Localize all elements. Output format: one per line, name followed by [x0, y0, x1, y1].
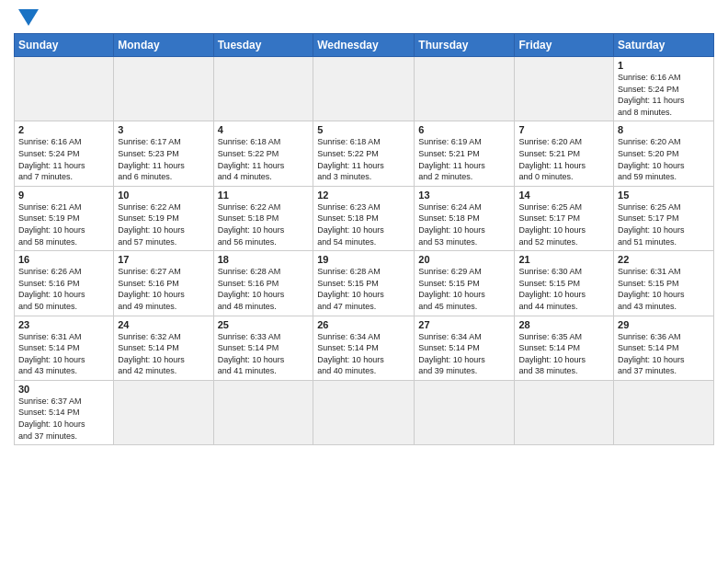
day-number: 13	[418, 190, 510, 201]
calendar-cell: 7Sunrise: 6:20 AM Sunset: 5:21 PM Daylig…	[515, 121, 614, 186]
day-number: 12	[317, 190, 410, 201]
day-number: 18	[218, 254, 310, 265]
calendar-cell: 23Sunrise: 6:31 AM Sunset: 5:14 PM Dayli…	[15, 316, 114, 380]
day-info: Sunrise: 6:22 AM Sunset: 5:18 PM Dayligh…	[218, 201, 310, 247]
week-row-3: 16Sunrise: 6:26 AM Sunset: 5:16 PM Dayli…	[15, 251, 714, 316]
calendar-cell	[614, 380, 714, 444]
day-info: Sunrise: 6:17 AM Sunset: 5:23 PM Dayligh…	[118, 136, 209, 182]
day-info: Sunrise: 6:18 AM Sunset: 5:22 PM Dayligh…	[317, 136, 410, 182]
calendar-cell: 17Sunrise: 6:27 AM Sunset: 5:16 PM Dayli…	[114, 251, 213, 316]
calendar-cell: 27Sunrise: 6:34 AM Sunset: 5:14 PM Dayli…	[415, 316, 515, 380]
day-number: 21	[518, 254, 609, 265]
day-info: Sunrise: 6:33 AM Sunset: 5:14 PM Dayligh…	[218, 331, 310, 377]
weekday-header-tuesday: Tuesday	[213, 34, 313, 57]
calendar-cell: 26Sunrise: 6:34 AM Sunset: 5:14 PM Dayli…	[313, 316, 415, 380]
calendar-cell: 4Sunrise: 6:18 AM Sunset: 5:22 PM Daylig…	[213, 121, 313, 186]
calendar-cell	[114, 57, 213, 121]
day-number: 11	[218, 190, 310, 201]
weekday-header-saturday: Saturday	[614, 34, 714, 57]
calendar-cell: 5Sunrise: 6:18 AM Sunset: 5:22 PM Daylig…	[313, 121, 415, 186]
day-number: 28	[518, 319, 609, 330]
day-info: Sunrise: 6:30 AM Sunset: 5:15 PM Dayligh…	[518, 266, 609, 312]
day-info: Sunrise: 6:31 AM Sunset: 5:15 PM Dayligh…	[618, 266, 710, 312]
calendar-cell: 19Sunrise: 6:28 AM Sunset: 5:15 PM Dayli…	[313, 251, 415, 316]
calendar-cell: 13Sunrise: 6:24 AM Sunset: 5:18 PM Dayli…	[415, 186, 515, 250]
calendar-cell: 18Sunrise: 6:28 AM Sunset: 5:16 PM Dayli…	[213, 251, 313, 316]
day-number: 23	[18, 319, 109, 330]
day-info: Sunrise: 6:24 AM Sunset: 5:18 PM Dayligh…	[418, 201, 510, 247]
calendar: SundayMondayTuesdayWednesdayThursdayFrid…	[14, 33, 714, 445]
calendar-cell	[515, 380, 614, 444]
day-info: Sunrise: 6:27 AM Sunset: 5:16 PM Dayligh…	[118, 266, 209, 312]
calendar-cell	[15, 57, 114, 121]
day-info: Sunrise: 6:22 AM Sunset: 5:19 PM Dayligh…	[118, 201, 209, 247]
calendar-cell: 3Sunrise: 6:17 AM Sunset: 5:23 PM Daylig…	[114, 121, 213, 186]
logo	[14, 9, 39, 26]
calendar-cell: 29Sunrise: 6:36 AM Sunset: 5:14 PM Dayli…	[614, 316, 714, 380]
day-number: 17	[118, 254, 209, 265]
day-number: 22	[618, 254, 710, 265]
day-info: Sunrise: 6:16 AM Sunset: 5:24 PM Dayligh…	[18, 136, 109, 182]
calendar-cell	[213, 380, 313, 444]
svg-marker-0	[18, 9, 39, 26]
weekday-header-row: SundayMondayTuesdayWednesdayThursdayFrid…	[15, 34, 714, 57]
weekday-header-monday: Monday	[114, 34, 213, 57]
weekday-header-friday: Friday	[515, 34, 614, 57]
day-info: Sunrise: 6:20 AM Sunset: 5:21 PM Dayligh…	[518, 136, 609, 182]
logo-icon	[18, 9, 39, 26]
day-number: 25	[218, 319, 310, 330]
calendar-cell	[415, 380, 515, 444]
calendar-cell: 8Sunrise: 6:20 AM Sunset: 5:20 PM Daylig…	[614, 121, 714, 186]
day-number: 16	[18, 254, 109, 265]
day-info: Sunrise: 6:18 AM Sunset: 5:22 PM Dayligh…	[218, 136, 310, 182]
calendar-cell	[213, 57, 313, 121]
day-number: 4	[218, 124, 310, 135]
calendar-cell: 30Sunrise: 6:37 AM Sunset: 5:14 PM Dayli…	[15, 380, 114, 444]
calendar-cell: 24Sunrise: 6:32 AM Sunset: 5:14 PM Dayli…	[114, 316, 213, 380]
calendar-cell: 6Sunrise: 6:19 AM Sunset: 5:21 PM Daylig…	[415, 121, 515, 186]
calendar-cell: 15Sunrise: 6:25 AM Sunset: 5:17 PM Dayli…	[614, 186, 714, 250]
calendar-cell: 12Sunrise: 6:23 AM Sunset: 5:18 PM Dayli…	[313, 186, 415, 250]
day-info: Sunrise: 6:32 AM Sunset: 5:14 PM Dayligh…	[118, 331, 209, 377]
calendar-cell	[313, 57, 415, 121]
day-number: 5	[317, 124, 410, 135]
calendar-cell	[313, 380, 415, 444]
calendar-cell: 14Sunrise: 6:25 AM Sunset: 5:17 PM Dayli…	[515, 186, 614, 250]
day-info: Sunrise: 6:19 AM Sunset: 5:21 PM Dayligh…	[418, 136, 510, 182]
calendar-cell: 22Sunrise: 6:31 AM Sunset: 5:15 PM Dayli…	[614, 251, 714, 316]
day-number: 20	[418, 254, 510, 265]
day-number: 14	[518, 190, 609, 201]
day-info: Sunrise: 6:20 AM Sunset: 5:20 PM Dayligh…	[618, 136, 710, 182]
calendar-cell: 20Sunrise: 6:29 AM Sunset: 5:15 PM Dayli…	[415, 251, 515, 316]
day-number: 6	[418, 124, 510, 135]
week-row-5: 30Sunrise: 6:37 AM Sunset: 5:14 PM Dayli…	[15, 380, 714, 444]
calendar-cell	[114, 380, 213, 444]
day-info: Sunrise: 6:16 AM Sunset: 5:24 PM Dayligh…	[618, 72, 710, 118]
page: SundayMondayTuesdayWednesdayThursdayFrid…	[0, 0, 728, 454]
weekday-header-thursday: Thursday	[415, 34, 515, 57]
day-info: Sunrise: 6:36 AM Sunset: 5:14 PM Dayligh…	[618, 331, 710, 377]
day-number: 9	[18, 190, 109, 201]
day-info: Sunrise: 6:29 AM Sunset: 5:15 PM Dayligh…	[418, 266, 510, 312]
day-number: 26	[317, 319, 410, 330]
calendar-cell: 2Sunrise: 6:16 AM Sunset: 5:24 PM Daylig…	[15, 121, 114, 186]
day-info: Sunrise: 6:25 AM Sunset: 5:17 PM Dayligh…	[618, 201, 710, 247]
calendar-cell: 9Sunrise: 6:21 AM Sunset: 5:19 PM Daylig…	[15, 186, 114, 250]
day-info: Sunrise: 6:31 AM Sunset: 5:14 PM Dayligh…	[18, 331, 109, 377]
week-row-2: 9Sunrise: 6:21 AM Sunset: 5:19 PM Daylig…	[15, 186, 714, 250]
day-number: 24	[118, 319, 209, 330]
calendar-cell: 25Sunrise: 6:33 AM Sunset: 5:14 PM Dayli…	[213, 316, 313, 380]
day-number: 8	[618, 124, 710, 135]
day-number: 15	[618, 190, 710, 201]
week-row-1: 2Sunrise: 6:16 AM Sunset: 5:24 PM Daylig…	[15, 121, 714, 186]
day-info: Sunrise: 6:37 AM Sunset: 5:14 PM Dayligh…	[18, 396, 109, 442]
calendar-cell: 11Sunrise: 6:22 AM Sunset: 5:18 PM Dayli…	[213, 186, 313, 250]
day-number: 27	[418, 319, 510, 330]
day-number: 2	[18, 124, 109, 135]
day-info: Sunrise: 6:26 AM Sunset: 5:16 PM Dayligh…	[18, 266, 109, 312]
day-info: Sunrise: 6:34 AM Sunset: 5:14 PM Dayligh…	[418, 331, 510, 377]
header	[14, 9, 714, 26]
calendar-cell: 1Sunrise: 6:16 AM Sunset: 5:24 PM Daylig…	[614, 57, 714, 121]
weekday-header-sunday: Sunday	[15, 34, 114, 57]
day-number: 7	[518, 124, 609, 135]
